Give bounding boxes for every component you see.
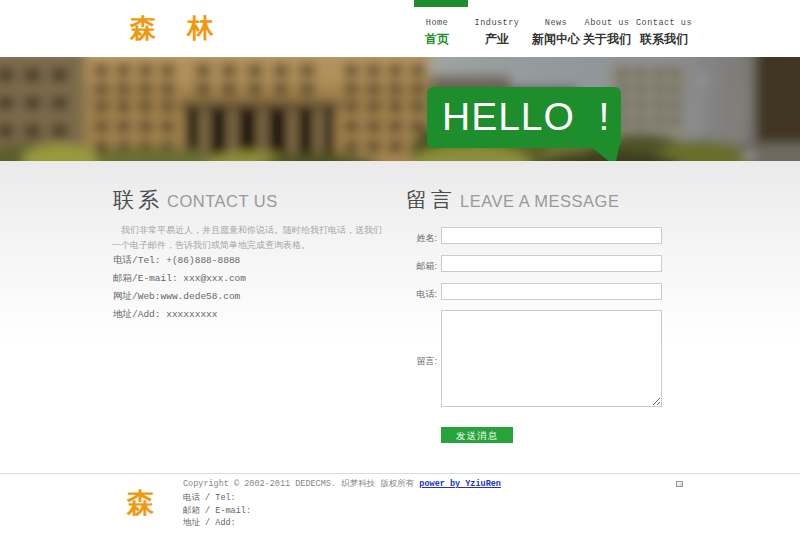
nav-label-en: Contact us <box>636 18 692 28</box>
power-by-link[interactable]: power by YziuRen <box>419 479 501 489</box>
footer: Copyright © 2002-2011 DEDECMS. 织梦科技 版权所有… <box>0 474 800 542</box>
phone-input[interactable] <box>441 283 662 300</box>
contact-detail-list: 电话/Tel: +(86)888-8888 邮箱/E-mail: xxx@xxx… <box>113 252 246 324</box>
message-title-en: LEAVE A MESSAGE <box>460 192 619 210</box>
nav-label-zh: 产业 <box>475 31 520 48</box>
nav-item-contact[interactable]: Contact us 联系我们 <box>636 18 692 48</box>
site-logo[interactable]: 森 林 <box>130 11 225 46</box>
nav-label-en: Industry <box>475 18 520 28</box>
contact-line-web: 网址/Web:www.dede58.com <box>113 288 246 306</box>
contact-line-email: 邮箱/E-mail: xxx@xxx.com <box>113 270 246 288</box>
footer-line-address: 地址 / Add: <box>183 517 251 530</box>
nav-item-about[interactable]: About us 关于我们 <box>583 18 631 48</box>
nav-item-news[interactable]: News 新闻中心 <box>532 18 580 48</box>
content-area: 联系CONTACT US 我们非常平易近人，并且愿意和你说话。随时给我打电话，送… <box>0 161 800 473</box>
nav-label-zh: 首页 <box>425 31 449 48</box>
nav-active-indicator <box>414 0 468 7</box>
page: 森 林 Home 首页 Industry 产业 News 新闻中心 About … <box>0 0 800 542</box>
nav-label-zh: 关于我们 <box>583 31 631 48</box>
nav-item-home[interactable]: Home 首页 <box>425 18 449 48</box>
nav-label-zh: 联系我们 <box>636 31 692 48</box>
contact-title-en: CONTACT US <box>167 192 278 210</box>
message-textarea[interactable] <box>441 310 662 407</box>
name-input[interactable] <box>441 227 662 244</box>
nav-label-en: News <box>532 18 580 28</box>
image-placeholder-icon <box>676 481 683 487</box>
copyright-text: Copyright © 2002-2011 DEDECMS. 织梦科技 版权所有… <box>183 478 501 490</box>
phone-label: 电话: <box>405 288 437 301</box>
header: 森 林 Home 首页 Industry 产业 News 新闻中心 About … <box>0 0 800 57</box>
message-title-zh: 留言 <box>406 188 456 211</box>
contact-section-title: 联系CONTACT US <box>113 186 278 214</box>
hello-speech-bubble: HELLO ! <box>427 87 621 148</box>
copyright-prefix: Copyright © 2002-2011 DEDECMS. 织梦科技 版权所有 <box>183 479 419 489</box>
contact-title-zh: 联系 <box>113 188 163 211</box>
send-message-button[interactable]: 发送消息 <box>441 427 513 443</box>
footer-line-email: 邮箱 / E-mail: <box>183 505 251 518</box>
contact-line-tel: 电话/Tel: +(86)888-8888 <box>113 252 246 270</box>
nav-item-industry[interactable]: Industry 产业 <box>475 18 520 48</box>
message-label: 留言: <box>405 355 437 368</box>
hero-banner: HELLO ! <box>0 57 800 161</box>
footer-logo: 森 <box>127 490 154 517</box>
contact-intro-text: 我们非常平易近人，并且愿意和你说话。随时给我打电话，送我们一个电子邮件，告诉我们… <box>112 223 384 253</box>
name-label: 姓名: <box>405 232 437 245</box>
hello-text: HELLO ! <box>442 87 610 147</box>
nav-label-en: About us <box>583 18 631 28</box>
hero-cityscape-image <box>0 57 800 161</box>
nav-label-en: Home <box>425 18 449 28</box>
nav-label-zh: 新闻中心 <box>532 31 580 48</box>
email-label: 邮箱: <box>405 260 437 273</box>
footer-line-tel: 电话 / Tel: <box>183 492 251 505</box>
email-input[interactable] <box>441 255 662 272</box>
contact-line-address: 地址/Add: xxxxxxxxx <box>113 306 246 324</box>
footer-contact-list: 电话 / Tel: 邮箱 / E-mail: 地址 / Add: <box>183 492 251 530</box>
message-section-title: 留言LEAVE A MESSAGE <box>406 186 619 214</box>
